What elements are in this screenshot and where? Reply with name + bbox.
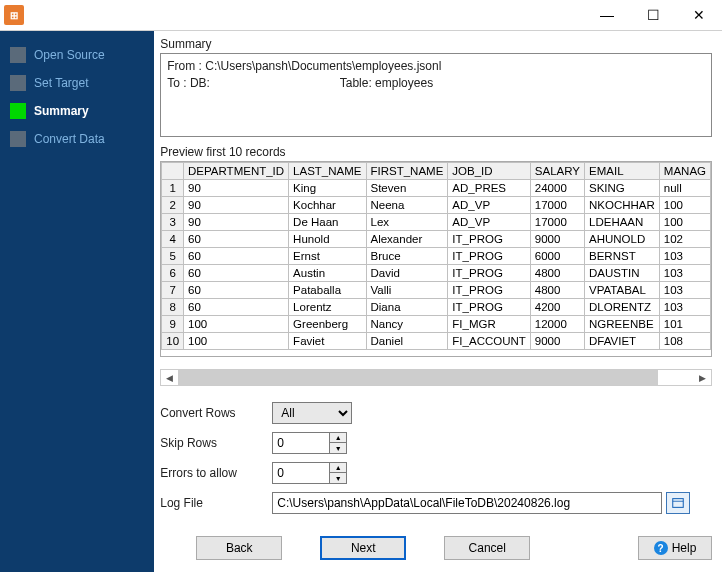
- table-cell[interactable]: Valli: [366, 282, 448, 299]
- close-button[interactable]: ✕: [676, 0, 722, 30]
- table-cell[interactable]: SKING: [585, 180, 660, 197]
- column-header[interactable]: MANAG: [659, 163, 710, 180]
- logfile-input[interactable]: [272, 492, 662, 514]
- table-cell[interactable]: Pataballa: [289, 282, 366, 299]
- table-cell[interactable]: AD_PRES: [448, 180, 530, 197]
- spin-down-icon[interactable]: ▼: [330, 473, 346, 483]
- help-button[interactable]: ? Help: [638, 536, 712, 560]
- column-header[interactable]: EMAIL: [585, 163, 660, 180]
- logfile-browse-button[interactable]: [666, 492, 690, 514]
- table-cell[interactable]: Diana: [366, 299, 448, 316]
- table-row[interactable]: 760PataballaValliIT_PROG4800VPATABAL103: [162, 282, 711, 299]
- column-header[interactable]: FIRST_NAME: [366, 163, 448, 180]
- table-cell[interactable]: IT_PROG: [448, 265, 530, 282]
- table-cell[interactable]: NKOCHHAR: [585, 197, 660, 214]
- table-cell[interactable]: 4800: [530, 282, 584, 299]
- table-cell[interactable]: 60: [184, 299, 289, 316]
- table-cell[interactable]: Steven: [366, 180, 448, 197]
- table-cell[interactable]: null: [659, 180, 710, 197]
- spin-up-icon[interactable]: ▲: [330, 463, 346, 473]
- table-cell[interactable]: IT_PROG: [448, 248, 530, 265]
- table-cell[interactable]: IT_PROG: [448, 231, 530, 248]
- horizontal-scrollbar[interactable]: ◀ ▶: [160, 369, 712, 386]
- table-cell[interactable]: 24000: [530, 180, 584, 197]
- scroll-track[interactable]: [178, 370, 694, 385]
- table-cell[interactable]: Faviet: [289, 333, 366, 350]
- table-cell[interactable]: 90: [184, 197, 289, 214]
- table-row[interactable]: 560ErnstBruceIT_PROG6000BERNST103: [162, 248, 711, 265]
- step-summary[interactable]: Summary: [0, 97, 154, 125]
- maximize-button[interactable]: ☐: [630, 0, 676, 30]
- spin-down-icon[interactable]: ▼: [330, 443, 346, 453]
- table-cell[interactable]: 9000: [530, 333, 584, 350]
- spin-up-icon[interactable]: ▲: [330, 433, 346, 443]
- minimize-button[interactable]: —: [584, 0, 630, 30]
- table-cell[interactable]: De Haan: [289, 214, 366, 231]
- table-cell[interactable]: Hunold: [289, 231, 366, 248]
- table-cell[interactable]: LDEHAAN: [585, 214, 660, 231]
- table-cell[interactable]: BERNST: [585, 248, 660, 265]
- table-cell[interactable]: 60: [184, 231, 289, 248]
- table-row[interactable]: 190KingStevenAD_PRES24000SKINGnull: [162, 180, 711, 197]
- table-cell[interactable]: FI_MGR: [448, 316, 530, 333]
- table-cell[interactable]: 17000: [530, 197, 584, 214]
- column-header[interactable]: DEPARTMENT_ID: [184, 163, 289, 180]
- table-cell[interactable]: IT_PROG: [448, 299, 530, 316]
- table-cell[interactable]: DFAVIET: [585, 333, 660, 350]
- table-cell[interactable]: 100: [184, 333, 289, 350]
- back-button[interactable]: Back: [196, 536, 282, 560]
- table-cell[interactable]: Greenberg: [289, 316, 366, 333]
- table-cell[interactable]: King: [289, 180, 366, 197]
- table-row[interactable]: 860LorentzDianaIT_PROG4200DLORENTZ103: [162, 299, 711, 316]
- table-cell[interactable]: 108: [659, 333, 710, 350]
- table-cell[interactable]: 60: [184, 248, 289, 265]
- table-cell[interactable]: 102: [659, 231, 710, 248]
- table-cell[interactable]: Neena: [366, 197, 448, 214]
- table-cell[interactable]: 100: [184, 316, 289, 333]
- table-cell[interactable]: 103: [659, 282, 710, 299]
- table-cell[interactable]: 12000: [530, 316, 584, 333]
- errors-input[interactable]: [272, 462, 330, 484]
- next-button[interactable]: Next: [320, 536, 406, 560]
- table-row[interactable]: 390De HaanLexAD_VP17000LDEHAAN100: [162, 214, 711, 231]
- step-open-source[interactable]: Open Source: [0, 41, 154, 69]
- table-cell[interactable]: AD_VP: [448, 197, 530, 214]
- scroll-thumb[interactable]: [178, 370, 658, 385]
- table-cell[interactable]: Daniel: [366, 333, 448, 350]
- table-cell[interactable]: 6000: [530, 248, 584, 265]
- table-cell[interactable]: David: [366, 265, 448, 282]
- table-cell[interactable]: 103: [659, 248, 710, 265]
- scroll-left-arrow-icon[interactable]: ◀: [161, 370, 178, 385]
- step-set-target[interactable]: Set Target: [0, 69, 154, 97]
- table-cell[interactable]: 101: [659, 316, 710, 333]
- column-header[interactable]: SALARY: [530, 163, 584, 180]
- table-cell[interactable]: 9000: [530, 231, 584, 248]
- convert-rows-select[interactable]: All: [272, 402, 352, 424]
- table-cell[interactable]: 100: [659, 214, 710, 231]
- table-cell[interactable]: DLORENTZ: [585, 299, 660, 316]
- table-row[interactable]: 10100FavietDanielFI_ACCOUNT9000DFAVIET10…: [162, 333, 711, 350]
- table-cell[interactable]: 4800: [530, 265, 584, 282]
- table-cell[interactable]: Alexander: [366, 231, 448, 248]
- table-cell[interactable]: 60: [184, 265, 289, 282]
- table-cell[interactable]: 17000: [530, 214, 584, 231]
- table-cell[interactable]: 103: [659, 265, 710, 282]
- table-cell[interactable]: Ernst: [289, 248, 366, 265]
- table-cell[interactable]: FI_ACCOUNT: [448, 333, 530, 350]
- table-cell[interactable]: Kochhar: [289, 197, 366, 214]
- table-cell[interactable]: 90: [184, 180, 289, 197]
- table-cell[interactable]: Lorentz: [289, 299, 366, 316]
- table-cell[interactable]: AHUNOLD: [585, 231, 660, 248]
- table-row[interactable]: 9100GreenbergNancyFI_MGR12000NGREENBE101: [162, 316, 711, 333]
- table-row[interactable]: 460HunoldAlexanderIT_PROG9000AHUNOLD102: [162, 231, 711, 248]
- table-cell[interactable]: NGREENBE: [585, 316, 660, 333]
- table-cell[interactable]: AD_VP: [448, 214, 530, 231]
- table-cell[interactable]: 4200: [530, 299, 584, 316]
- table-cell[interactable]: 90: [184, 214, 289, 231]
- table-cell[interactable]: Bruce: [366, 248, 448, 265]
- table-cell[interactable]: VPATABAL: [585, 282, 660, 299]
- table-cell[interactable]: IT_PROG: [448, 282, 530, 299]
- table-cell[interactable]: DAUSTIN: [585, 265, 660, 282]
- column-header[interactable]: JOB_ID: [448, 163, 530, 180]
- skip-rows-input[interactable]: [272, 432, 330, 454]
